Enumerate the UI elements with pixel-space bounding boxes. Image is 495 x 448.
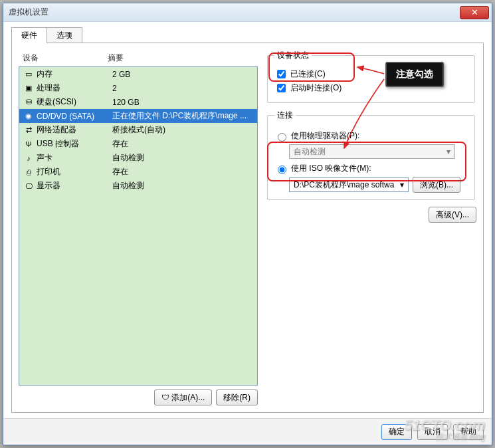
tab-hardware[interactable]: 硬件 (11, 27, 47, 43)
device-name: 处理器 (37, 82, 110, 94)
shield-icon: 🛡 (161, 393, 169, 402)
table-row[interactable]: ⛁硬盘(SCSI)120 GB (19, 95, 257, 109)
window-title: 虚拟机设置 (9, 7, 49, 18)
device-status-legend: 设备状态 (274, 50, 312, 61)
table-row[interactable]: ◉CD/DVD (SATA)正在使用文件 D:\PC装机程序\mage ... (19, 109, 257, 123)
iso-label: 使用 ISO 映像文件(M): (291, 163, 371, 174)
connection-group: 连接 使用物理驱动器(P): 自动检测 ▾ 使用 ISO 映像文件(M): (267, 110, 475, 200)
table-row[interactable]: ♪声卡自动检测 (19, 151, 257, 165)
device-name: 内存 (37, 68, 110, 80)
table-row[interactable]: ▣处理器2 (19, 81, 257, 95)
nic-icon: ⇄ (23, 125, 34, 136)
iso-block: 使用 ISO 映像文件(M): D:\PC装机程序\mage softwa ▾ … (274, 163, 468, 193)
table-row[interactable]: ΨUSB 控制器存在 (19, 137, 257, 151)
chevron-down-icon: ▾ (446, 147, 450, 156)
display-icon: 🖵 (23, 181, 34, 191)
connection-legend: 连接 (274, 110, 296, 121)
physical-drive-dropdown[interactable]: 自动检测 ▾ (289, 144, 455, 159)
disk-icon: ⛁ (23, 97, 34, 108)
device-name: 网络适配器 (37, 124, 110, 136)
watermark: 51CTO.com 技术博客 Blog (404, 418, 485, 441)
tabstrip: 硬件 选项 (11, 27, 492, 43)
printer-icon: ⎙ (23, 167, 34, 177)
connected-checkbox[interactable] (277, 70, 286, 78)
device-details: 设备状态 已连接(C) 启动时连接(O) 连接 使用物理驱动器(P): (266, 50, 476, 405)
connect-at-poweron-checkbox[interactable] (277, 84, 286, 92)
cpu-icon: ▣ (23, 83, 34, 94)
device-summary: 2 (112, 84, 253, 93)
titlebar: 虚拟机设置 ✕ (3, 3, 492, 22)
device-summary: 120 GB (112, 98, 253, 107)
vm-settings-window: 虚拟机设置 ✕ 硬件 选项 设备 摘要 ▭内存2 GB▣处理器2⛁硬盘(SCSI… (3, 3, 492, 445)
device-name: 打印机 (37, 166, 110, 177)
list-header: 设备 摘要 (19, 50, 258, 66)
device-summary: 2 GB (112, 70, 253, 79)
physical-drive-radio[interactable] (278, 133, 286, 142)
chevron-down-icon: ▾ (400, 180, 404, 189)
usb-icon: Ψ (23, 139, 34, 150)
table-row[interactable]: ⎙打印机存在 (19, 165, 257, 179)
physical-drive-block: 使用物理驱动器(P): 自动检测 ▾ (274, 130, 468, 159)
device-column: 设备 摘要 ▭内存2 GB▣处理器2⛁硬盘(SCSI)120 GB◉CD/DVD… (19, 50, 258, 405)
iso-path-field[interactable]: D:\PC装机程序\mage softwa ▾ (289, 177, 409, 192)
device-summary: 自动检测 (112, 180, 253, 191)
browse-button[interactable]: 浏览(B)... (413, 177, 460, 193)
memory-icon: ▭ (23, 69, 34, 80)
annotation-callout: 注意勾选 (385, 62, 444, 87)
device-summary: 正在使用文件 D:\PC装机程序\mage ... (112, 110, 253, 122)
device-status-group: 设备状态 已连接(C) 启动时连接(O) (267, 50, 475, 103)
add-device-button[interactable]: 🛡 添加(A)... (154, 390, 212, 405)
device-list[interactable]: ▭内存2 GB▣处理器2⛁硬盘(SCSI)120 GB◉CD/DVD (SATA… (19, 66, 258, 386)
device-summary: 存在 (112, 166, 253, 177)
col-device: 设备 (23, 53, 108, 64)
device-summary: 自动检测 (112, 152, 253, 164)
device-name: 声卡 (37, 152, 110, 164)
remove-device-button[interactable]: 移除(R) (216, 390, 258, 405)
table-row[interactable]: 🖵显示器自动检测 (19, 179, 257, 193)
sound-icon: ♪ (23, 153, 34, 164)
device-summary: 存在 (112, 138, 253, 150)
table-row[interactable]: ⇄网络适配器桥接模式(自动) (19, 123, 257, 137)
col-summary: 摘要 (108, 53, 254, 64)
iso-radio-row[interactable]: 使用 ISO 映像文件(M): (274, 163, 468, 174)
device-summary: 桥接模式(自动) (112, 124, 253, 136)
advanced-button[interactable]: 高级(V)... (429, 207, 476, 223)
device-name: USB 控制器 (37, 138, 110, 150)
cd-icon: ◉ (23, 111, 34, 122)
hardware-panel: 设备 摘要 ▭内存2 GB▣处理器2⛁硬盘(SCSI)120 GB◉CD/DVD… (11, 43, 484, 413)
table-row[interactable]: ▭内存2 GB (19, 67, 257, 81)
physical-drive-radio-row[interactable]: 使用物理驱动器(P): (274, 130, 468, 142)
close-button[interactable]: ✕ (460, 6, 489, 19)
device-buttons: 🛡 添加(A)... 移除(R) (19, 390, 258, 405)
device-name: CD/DVD (SATA) (37, 112, 110, 121)
connected-label: 已连接(C) (290, 68, 326, 80)
connect-at-poweron-label: 启动时连接(O) (290, 82, 342, 94)
device-name: 硬盘(SCSI) (37, 96, 110, 108)
iso-radio[interactable] (278, 166, 286, 174)
physical-drive-label: 使用物理驱动器(P): (291, 130, 359, 142)
device-name: 显示器 (37, 180, 110, 191)
tab-options[interactable]: 选项 (47, 27, 82, 43)
